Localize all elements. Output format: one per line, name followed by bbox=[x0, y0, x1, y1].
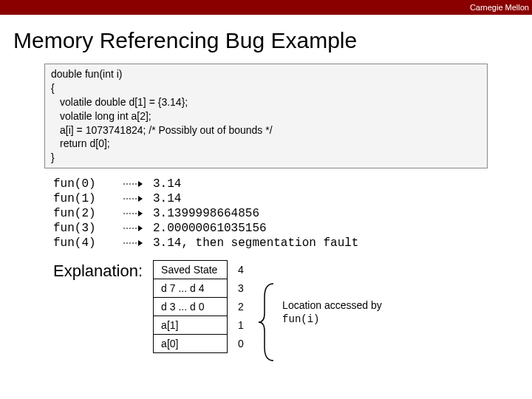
result-value: 3.14 bbox=[153, 177, 181, 191]
result-call: fun(3) bbox=[53, 222, 112, 235]
result-row: fun(4)3.14, then segmentation fault bbox=[53, 236, 532, 250]
result-call: fun(2) bbox=[53, 207, 112, 220]
result-row: fun(2)3.1399998664856 bbox=[53, 207, 532, 220]
svg-marker-3 bbox=[138, 196, 143, 202]
memory-table: Saved State4d 7 ... d 43d 3 ... d 02a[1]… bbox=[153, 260, 253, 353]
arrow-icon bbox=[112, 239, 153, 247]
explanation-label: Explanation: bbox=[53, 260, 143, 281]
table-row: d 3 ... d 02 bbox=[154, 298, 253, 316]
result-row: fun(0)3.14 bbox=[53, 177, 532, 191]
annotation-line1: Location accessed by bbox=[282, 299, 382, 311]
arrow-icon bbox=[112, 225, 153, 232]
table-row: d 7 ... d 43 bbox=[154, 279, 253, 298]
code-line: a[i] = 1073741824; /* Possibly out of bo… bbox=[60, 123, 481, 137]
result-value: 3.1399998664856 bbox=[153, 207, 259, 220]
code-block: double fun(int i) { volatile double d[1]… bbox=[44, 64, 488, 168]
org-name: Carnegie Mellon bbox=[470, 3, 529, 12]
svg-marker-5 bbox=[138, 211, 143, 216]
brace-icon bbox=[257, 282, 279, 362]
result-call: fun(0) bbox=[53, 177, 112, 191]
code-line: { bbox=[51, 81, 481, 95]
code-line: double fun(int i) bbox=[51, 67, 481, 81]
result-call: fun(4) bbox=[53, 236, 112, 250]
explanation-section: Explanation: Saved State4d 7 ... d 43d 3… bbox=[53, 260, 532, 353]
result-value: 2.00000061035156 bbox=[153, 222, 267, 235]
slide-title: Memory Referencing Bug Example bbox=[13, 28, 532, 53]
arrow-icon bbox=[112, 180, 153, 188]
mem-cell-label: a[1] bbox=[154, 316, 228, 335]
mem-cell-label: a[0] bbox=[154, 335, 228, 353]
mem-cell-label: d 7 ... d 4 bbox=[154, 279, 228, 298]
result-value: 3.14, then segmentation fault bbox=[153, 236, 358, 250]
code-line: volatile double d[1] = {3.14}; bbox=[60, 95, 481, 109]
results-block: fun(0)3.14fun(1)3.14fun(2)3.139999866485… bbox=[53, 177, 532, 250]
table-row: a[1]1 bbox=[154, 316, 253, 335]
code-line: volatile long int a[2]; bbox=[60, 109, 481, 123]
result-row: fun(1)3.14 bbox=[53, 192, 532, 205]
code-line: return d[0]; bbox=[60, 137, 481, 151]
code-line: } bbox=[51, 151, 481, 165]
mem-cell-index: 4 bbox=[228, 261, 253, 279]
svg-marker-9 bbox=[138, 240, 143, 246]
svg-marker-1 bbox=[138, 181, 143, 187]
annotation-line2: fun(i) bbox=[282, 313, 319, 325]
svg-marker-7 bbox=[138, 225, 143, 231]
mem-cell-label: d 3 ... d 0 bbox=[154, 298, 228, 316]
table-row: Saved State4 bbox=[154, 261, 253, 279]
result-call: fun(1) bbox=[53, 192, 112, 205]
header-bar: Carnegie Mellon bbox=[0, 0, 532, 15]
mem-cell-index: 2 bbox=[228, 298, 253, 316]
arrow-icon bbox=[112, 210, 153, 217]
mem-cell-index: 0 bbox=[228, 335, 253, 353]
mem-cell-index: 3 bbox=[228, 279, 253, 298]
table-row: a[0]0 bbox=[154, 335, 253, 353]
arrow-icon bbox=[112, 195, 153, 202]
result-row: fun(3)2.00000061035156 bbox=[53, 222, 532, 235]
mem-cell-label: Saved State bbox=[154, 261, 228, 279]
result-value: 3.14 bbox=[153, 192, 181, 205]
mem-cell-index: 1 bbox=[228, 316, 253, 335]
annotation-text: Location accessed by fun(i) bbox=[282, 299, 382, 326]
